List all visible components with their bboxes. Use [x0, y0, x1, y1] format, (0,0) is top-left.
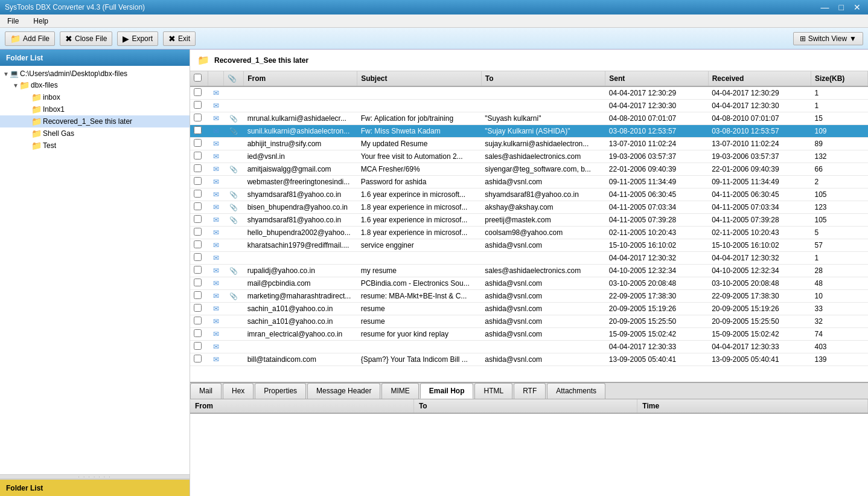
- table-row[interactable]: ✉ kharatsachin1979@rediffmail.... servic…: [190, 239, 868, 252]
- export-button[interactable]: ▶ Export: [117, 31, 158, 46]
- table-row[interactable]: ✉ 04-04-2017 12:30:32 04-04-2017 12:30:3…: [190, 252, 868, 265]
- col-subject[interactable]: Subject: [357, 71, 482, 86]
- table-row[interactable]: ✉ 📎 sunil.kulkarni@ashidaelectron... Fw:…: [190, 125, 868, 138]
- row-checkbox[interactable]: [194, 329, 202, 337]
- row-checkbox[interactable]: [194, 215, 202, 223]
- table-row[interactable]: ✉ 📎 shyamdsaraf81@yahoo.co.in 1.6 year e…: [190, 214, 868, 227]
- tree-item-test[interactable]: 📁 Test: [0, 140, 190, 152]
- row-checkbox[interactable]: [194, 202, 202, 210]
- row-checkbox-cell[interactable]: [190, 227, 208, 239]
- table-row[interactable]: ✉ 📎 bisen_bhupendra@yahoo.co.in 1.8 year…: [190, 201, 868, 214]
- row-checkbox[interactable]: [194, 177, 202, 185]
- row-checkbox-cell[interactable]: [190, 100, 208, 112]
- tab-html[interactable]: HTML: [474, 383, 512, 399]
- row-checkbox-cell[interactable]: [190, 353, 208, 366]
- row-checkbox[interactable]: [194, 101, 202, 109]
- table-row[interactable]: ✉ sachin_a101@yahoo.co.in resume ashida@…: [190, 303, 868, 315]
- table-row[interactable]: ✉ 📎 mrunal.kulkarni@ashidaelecr... Fw: A…: [190, 112, 868, 125]
- add-file-button[interactable]: 📁 Add File: [5, 31, 55, 46]
- col-size[interactable]: Size(KB): [811, 71, 867, 86]
- row-checkbox-cell[interactable]: [190, 201, 208, 214]
- table-row[interactable]: ✉ sachin_a101@yahoo.co.in resume ashida@…: [190, 315, 868, 328]
- menu-file[interactable]: File: [5, 16, 21, 27]
- maximize-button[interactable]: □: [837, 2, 846, 12]
- col-to[interactable]: To: [481, 71, 605, 86]
- tab-mime[interactable]: MIME: [381, 383, 418, 399]
- table-row[interactable]: ✉ abhijit_instru@sify.com My updated Res…: [190, 138, 868, 150]
- tree-item-shellgas[interactable]: 📁 Shell Gas: [0, 127, 190, 140]
- row-checkbox-cell[interactable]: [190, 341, 208, 353]
- row-checkbox-cell[interactable]: [190, 112, 208, 125]
- row-checkbox[interactable]: [194, 88, 202, 96]
- row-checkbox-cell[interactable]: [190, 188, 208, 201]
- row-checkbox-cell[interactable]: [190, 138, 208, 150]
- row-checkbox[interactable]: [194, 304, 202, 312]
- table-row[interactable]: ✉ 04-04-2017 12:30:30 04-04-2017 12:30:3…: [190, 100, 868, 112]
- row-checkbox[interactable]: [194, 266, 202, 274]
- row-checkbox[interactable]: [194, 317, 202, 324]
- close-button[interactable]: ✕: [851, 2, 863, 12]
- tab-email-hop[interactable]: Email Hop: [420, 383, 474, 399]
- tab-properties[interactable]: Properties: [255, 383, 306, 399]
- row-checkbox-cell[interactable]: [190, 214, 208, 227]
- table-row[interactable]: ✉ 📎 marketing@maharashtradirect... resum…: [190, 290, 868, 303]
- row-checkbox-cell[interactable]: [190, 315, 208, 328]
- table-row[interactable]: ✉ 📎 amitjaiswalgg@gmail.com MCA Fresher/…: [190, 163, 868, 176]
- row-checkbox[interactable]: [194, 114, 202, 121]
- row-checkbox-cell[interactable]: [190, 86, 208, 100]
- row-checkbox-cell[interactable]: [190, 303, 208, 315]
- table-row[interactable]: ✉ 04-04-2017 12:30:29 04-04-2017 12:30:2…: [190, 86, 868, 100]
- row-checkbox[interactable]: [194, 291, 202, 299]
- minimize-button[interactable]: —: [819, 2, 832, 12]
- email-table-wrapper[interactable]: 📎 From Subject To Sent Received Size(KB)…: [190, 71, 868, 382]
- row-checkbox[interactable]: [194, 190, 202, 198]
- row-checkbox[interactable]: [194, 240, 202, 248]
- tab-hex[interactable]: Hex: [223, 383, 254, 399]
- row-checkbox-cell[interactable]: [190, 328, 208, 341]
- tree-item-dbx[interactable]: ▼ 📁 dbx-files: [0, 79, 190, 91]
- table-row[interactable]: ✉ 📎 rupalidj@yahoo.co.in my resume sales…: [190, 265, 868, 277]
- close-file-button[interactable]: ✖ Close File: [60, 31, 112, 46]
- col-from[interactable]: From: [244, 71, 357, 86]
- tab-message-header[interactable]: Message Header: [307, 383, 380, 399]
- col-received[interactable]: Received: [708, 71, 811, 86]
- row-checkbox[interactable]: [194, 139, 202, 147]
- tree-item-inbox1[interactable]: 📁 Inbox1: [0, 103, 190, 115]
- sidebar-footer[interactable]: Folder List: [0, 479, 190, 496]
- row-checkbox[interactable]: [194, 342, 202, 350]
- tree-toggle-dbx[interactable]: ▼: [12, 82, 19, 89]
- table-row[interactable]: ✉ hello_bhupendra2002@yahoo... 1.8 year …: [190, 227, 868, 239]
- switch-view-button[interactable]: ⊞ Switch View ▼: [793, 32, 863, 45]
- table-row[interactable]: ✉ 04-04-2017 12:30:33 04-04-2017 12:30:3…: [190, 341, 868, 353]
- exit-button[interactable]: ✖ Exit: [163, 31, 196, 46]
- table-row[interactable]: ✉ imran_electrical@yahoo.co.in resume fo…: [190, 328, 868, 341]
- row-checkbox[interactable]: [194, 228, 202, 236]
- table-row[interactable]: ✉ mail@pcbindia.com PCBindia.com - Elect…: [190, 277, 868, 290]
- select-all-checkbox[interactable]: [194, 74, 202, 82]
- col-checkbox[interactable]: [190, 71, 208, 86]
- tab-attachments[interactable]: Attachments: [547, 383, 605, 399]
- table-row[interactable]: ✉ webmaster@freeringtonesindi... Passwor…: [190, 176, 868, 188]
- sidebar-resize-handle[interactable]: · · · · · · ·: [0, 474, 190, 479]
- row-checkbox-cell[interactable]: [190, 252, 208, 265]
- table-row[interactable]: ✉ bill@tataindicom.com {Spam?} Your Tata…: [190, 353, 868, 366]
- row-checkbox[interactable]: [194, 164, 202, 172]
- tab-mail[interactable]: Mail: [190, 383, 222, 399]
- row-checkbox[interactable]: [194, 253, 202, 261]
- tree-toggle-root[interactable]: ▼: [2, 71, 10, 77]
- folder-tree[interactable]: ▼ 💻 C:\Users\admin\Desktop\dbx-files ▼ 📁…: [0, 66, 190, 474]
- row-checkbox-cell[interactable]: [190, 239, 208, 252]
- tree-item-recovered[interactable]: 📁 Recovered_1_See this later: [0, 115, 190, 127]
- row-checkbox-cell[interactable]: [190, 290, 208, 303]
- row-checkbox[interactable]: [194, 279, 202, 286]
- tree-item-root[interactable]: ▼ 💻 C:\Users\admin\Desktop\dbx-files: [0, 68, 190, 79]
- row-checkbox-cell[interactable]: [190, 265, 208, 277]
- table-row[interactable]: ✉ 📎 shyamdsaraf81@yahoo.co.in 1.6 year e…: [190, 188, 868, 201]
- tree-item-inbox[interactable]: 📁 inbox: [0, 91, 190, 103]
- row-checkbox-cell[interactable]: [190, 176, 208, 188]
- row-checkbox[interactable]: [194, 152, 202, 159]
- row-checkbox[interactable]: [194, 355, 202, 362]
- menu-help[interactable]: Help: [31, 16, 51, 27]
- row-checkbox-cell[interactable]: [190, 125, 208, 138]
- row-checkbox[interactable]: [194, 126, 202, 134]
